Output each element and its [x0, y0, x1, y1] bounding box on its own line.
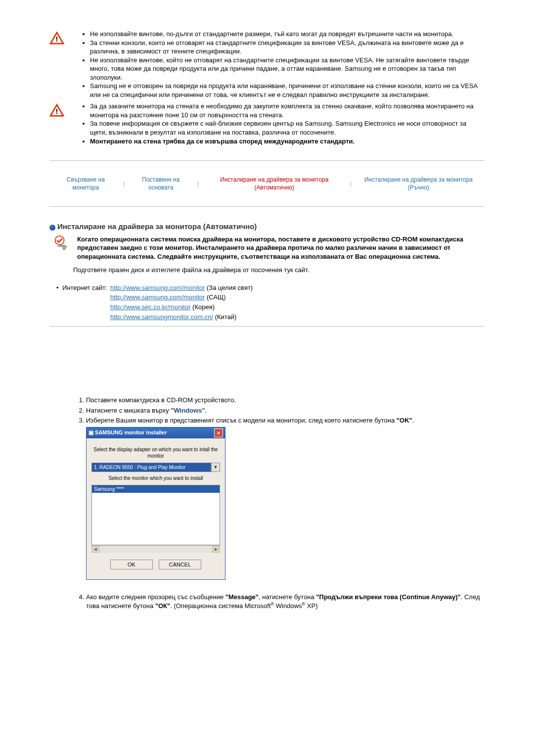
- warning-icon-2: !: [49, 102, 79, 117]
- internet-site-label: •Интернет сайт:: [56, 284, 107, 322]
- site-link-usa[interactable]: http://www.samsung.com/monitor: [110, 293, 205, 301]
- prepare-text: Подгответе празен диск и изтеглете файла…: [73, 266, 485, 275]
- warning-item: За стенни конзоли, които не отговарят на…: [90, 39, 485, 56]
- tab-separator: |: [349, 180, 353, 188]
- installer-window: ▣ SAMSUNG monitor installer × Select the…: [86, 427, 225, 580]
- site-link-china[interactable]: http://www.samsungmonitor.com.cn/: [110, 313, 213, 321]
- site-suffix: (За целия свят): [207, 284, 253, 291]
- tab-install-base[interactable]: Поставяне на основата: [126, 176, 196, 191]
- warning-item: Не използвайте винтове, по-дълги от стан…: [90, 30, 485, 39]
- scroll-track[interactable]: [99, 546, 212, 553]
- section-intro: Когато операционната система поиска драй…: [77, 235, 485, 261]
- site-link-korea[interactable]: http://www.sec.co.kr/monitor: [110, 303, 191, 311]
- horizontal-scrollbar[interactable]: ◄ ►: [91, 545, 220, 553]
- installer-label-monitor: Select the monitor which you want to ins…: [91, 475, 220, 482]
- scroll-right-icon[interactable]: ►: [212, 546, 220, 553]
- section-title: Инсталиране на драйвера за монитора (Авт…: [57, 222, 485, 232]
- dropdown-icon[interactable]: ▼: [211, 463, 220, 472]
- warning-item: Монтирането на стена трябва да се извърш…: [90, 137, 485, 146]
- step-2: Натиснете с мишката върху "Windows".: [86, 406, 485, 415]
- scroll-left-icon[interactable]: ◄: [91, 546, 99, 553]
- tab-connect-monitor[interactable]: Свързване на монитора: [49, 176, 122, 191]
- step-4: Ако видите следния прозорец със съобщени…: [86, 593, 485, 611]
- tab-separator: |: [196, 180, 200, 188]
- installer-label-adapter: Select the display adapter on which you …: [91, 446, 220, 460]
- svg-point-5: [62, 246, 66, 250]
- warning-item: Samsung не е отговорен за повреди на про…: [90, 82, 485, 99]
- tab-separator: |: [122, 180, 126, 188]
- warning-item: За да закачите монитора на стената е нео…: [90, 102, 485, 119]
- warning-item: За повече информация се свържете с най-б…: [90, 119, 485, 137]
- cancel-button[interactable]: CANCEL: [159, 560, 201, 569]
- windows-link[interactable]: "Windows": [171, 407, 205, 414]
- svg-text:!: !: [56, 35, 58, 43]
- step-3: Изберете Вашия монитор в представеният с…: [86, 416, 485, 580]
- tab-install-driver-auto[interactable]: Инсталиране на драйвера за монитора (Авт…: [200, 176, 349, 191]
- site-suffix: (САЩ): [207, 293, 226, 301]
- site-link-world[interactable]: http://www.samsung.com/monitor: [110, 284, 205, 291]
- warning-icon-1: !: [49, 30, 79, 45]
- monitor-list-item[interactable]: Samsung ****: [92, 485, 220, 493]
- close-icon[interactable]: ×: [214, 428, 223, 437]
- site-suffix: (Китай): [215, 313, 237, 321]
- step-1: Поставете компактдиска в CD-ROM устройст…: [86, 396, 485, 405]
- adapter-select[interactable]: 1. RADEON 9550 : Plug and Play Monitor: [91, 463, 211, 472]
- section-bullet-icon: [49, 225, 55, 231]
- svg-text:!: !: [56, 108, 58, 116]
- installer-title: ▣ SAMSUNG monitor installer: [89, 429, 167, 436]
- warning-item: Не използвайте винтове, който не отговар…: [90, 56, 485, 82]
- monitor-listbox[interactable]: Samsung ****: [91, 485, 220, 545]
- ok-button[interactable]: OK: [110, 560, 153, 569]
- section-check-icon: [49, 235, 77, 255]
- site-suffix: (Корея): [192, 303, 215, 311]
- tab-install-driver-manual[interactable]: Инсталиране на драйвера за монитора (Ръч…: [353, 176, 485, 191]
- section-tabs: Свързване на монитора | Поставяне на осн…: [49, 176, 485, 191]
